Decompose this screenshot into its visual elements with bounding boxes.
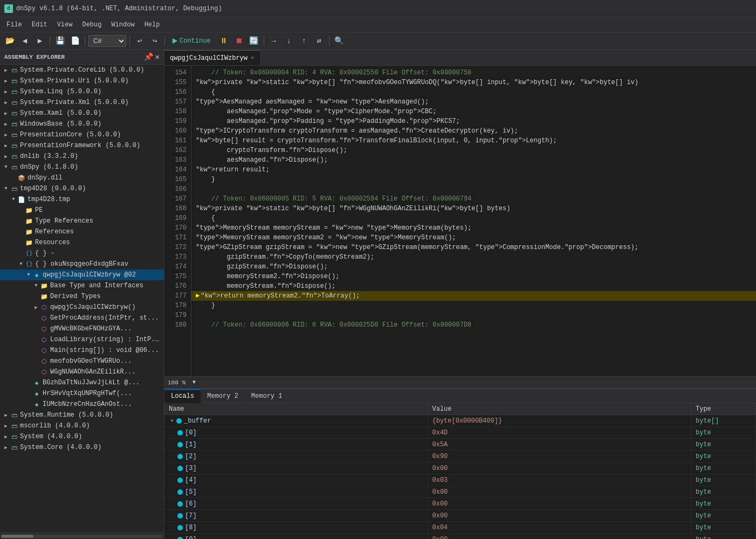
tree-expander[interactable]: ▼ <box>10 196 17 203</box>
table-row[interactable]: [9]0x00byte <box>164 534 756 539</box>
sidebar-item[interactable]: ▼🗃tmp4D28 (0.0.0.0) <box>0 183 164 194</box>
sidebar-item[interactable]: ▶🗃System.Linq (5.0.0.0) <box>0 86 164 97</box>
tree-expander[interactable]: ▶ <box>2 120 10 128</box>
sidebar-item[interactable]: ▶🗃System.Private.CoreLib (5.0.0.0) <box>0 65 164 75</box>
tree-expander[interactable]: ▶ <box>2 66 10 74</box>
sidebar-item[interactable]: ▶🗃WindowsBase (5.0.0.0) <box>0 119 164 129</box>
tree-expander[interactable]: ▼ <box>32 282 40 289</box>
sidebar-item[interactable]: ◆IUMcbNzreCnHazGAnOst... <box>0 399 164 410</box>
table-row[interactable]: [2]0x90byte <box>164 451 756 462</box>
code-line[interactable]: } <box>191 175 756 184</box>
tree-expander[interactable]: ▶ <box>2 142 10 149</box>
sidebar-item[interactable]: ⬡Main(string[]) : void @06... <box>0 345 164 356</box>
tree-expander[interactable]: ▶ <box>2 88 10 95</box>
tree-expander[interactable] <box>32 325 40 333</box>
restart-button[interactable]: 🔄 <box>248 34 260 47</box>
code-line[interactable]: "type">AesManaged aesManaged = "kw">new … <box>191 97 756 107</box>
table-row[interactable]: ▼_buffer{byte[0x0000B400]}byte[] <box>164 415 756 427</box>
code-line[interactable]: cryptoTransform."fn">Dispose(); <box>191 146 756 155</box>
code-line[interactable] <box>191 310 756 320</box>
sidebar-item[interactable]: ▶🗃System.Xaml (5.0.0.0) <box>0 108 164 119</box>
tree-expander[interactable]: ▶ <box>2 411 10 419</box>
sidebar-item[interactable]: ▶🗃System (4.0.0.0) <box>0 431 164 442</box>
table-row[interactable]: [1]0x5Abyte <box>164 439 756 451</box>
step-into-btn[interactable]: ↓ <box>283 34 295 47</box>
pause-button[interactable]: ⏸ <box>217 34 230 47</box>
menu-window[interactable]: Window <box>107 20 139 30</box>
code-line[interactable]: "type">GZipStream gzipStream = "kw">new … <box>191 243 756 252</box>
sidebar-item[interactable]: ▶🗃System.Core (4.0.0.0) <box>0 442 164 453</box>
sidebar-item[interactable]: 📁Derived Types <box>0 291 164 302</box>
sidebar-item[interactable]: ⬡LoadLibrary(string) : IntP... <box>0 334 164 345</box>
table-row[interactable]: [3]0x00byte <box>164 462 756 474</box>
save-button[interactable]: 💾 <box>53 34 66 47</box>
tree-expander[interactable] <box>17 250 25 257</box>
expander-icon[interactable]: ▼ <box>169 418 175 424</box>
tree-expander[interactable] <box>32 368 40 376</box>
sidebar-item[interactable]: ▼📄tmp4D28.tmp <box>0 194 164 205</box>
tab-locals[interactable]: Locals <box>164 389 201 403</box>
code-line[interactable]: memoryStream."fn">Dispose(); <box>191 281 756 291</box>
sidebar-item[interactable]: ◆BGzhDaTtNuJJwvJjLkLt @... <box>0 377 164 388</box>
code-line[interactable]: "kw">return result; <box>191 165 756 175</box>
sidebar-item[interactable]: 📁Resources <box>0 237 164 248</box>
locals-table[interactable]: ▼_buffer{byte[0x0000B400]}byte[][0]0x4Db… <box>164 415 756 539</box>
code-line[interactable]: "kw">private "kw">static "kw">byte[] "fn… <box>191 78 756 87</box>
sidebar-item[interactable]: 📁References <box>0 226 164 237</box>
sidebar-pin[interactable]: 📌 <box>144 52 153 61</box>
redo-button[interactable]: ↪ <box>148 34 161 47</box>
code-line[interactable]: { <box>191 87 756 97</box>
step-over2-btn[interactable]: ⇄ <box>313 34 326 47</box>
sidebar-item[interactable]: 📁Type References <box>0 216 164 226</box>
step-over-btn[interactable]: → <box>267 34 280 47</box>
sidebar-item[interactable]: ⬡meofobvGOeoTYWGRUo... <box>0 356 164 367</box>
tree-expander[interactable] <box>17 206 25 214</box>
tree-expander[interactable] <box>17 228 25 236</box>
code-line[interactable]: "type">ICryptoTransform cryptoTransform … <box>191 126 756 136</box>
sidebar-item[interactable]: 📁PE <box>0 205 164 216</box>
tree-expander[interactable]: ▶ <box>2 99 10 106</box>
tree-expander[interactable]: ▼ <box>17 260 25 268</box>
sidebar-item[interactable]: ▶🗃mscorlib (4.0.0.0) <box>0 420 164 431</box>
table-row[interactable]: [5]0x00byte <box>164 486 756 498</box>
back-button[interactable]: ◀ <box>18 34 31 47</box>
step-out-btn[interactable]: ↑ <box>298 34 311 47</box>
stop-button[interactable]: ⏹ <box>232 34 245 47</box>
continue-button[interactable]: Continue <box>168 36 215 46</box>
tab-main[interactable]: qwpgjCsJaqulCIWzbryw × <box>164 50 260 65</box>
code-line[interactable]: "type">MemoryStream memoryStream2 = "kw"… <box>191 233 756 243</box>
sidebar-item[interactable]: ▶🗃dnlib (3.3.2.0) <box>0 151 164 162</box>
tree-expander[interactable] <box>25 400 32 408</box>
table-row[interactable]: [6]0x00byte <box>164 498 756 510</box>
code-line[interactable]: // Token: 0x06000006 RID: 6 RVA: 0x00002… <box>191 320 756 330</box>
code-line[interactable]: { <box>191 213 756 223</box>
code-line[interactable]: aesManaged."fn">Dispose(); <box>191 155 756 165</box>
code-editor[interactable]: 1541551561571581591601611621631641651661… <box>164 66 756 376</box>
sidebar-item[interactable]: ▶🗃System.Runtime (5.0.0.0) <box>0 410 164 420</box>
menu-edit[interactable]: Edit <box>28 20 52 30</box>
tree-expander[interactable] <box>32 347 40 354</box>
undo-button[interactable]: ↩ <box>133 34 146 47</box>
search-button[interactable]: 🔍 <box>333 34 346 47</box>
tree-expander[interactable] <box>32 314 40 322</box>
menu-help[interactable]: Help <box>140 20 164 30</box>
tree-expander[interactable] <box>10 174 17 182</box>
tree-expander[interactable]: ▶ <box>2 422 10 430</box>
sidebar-item[interactable]: ▼📁Base Type and Interfaces <box>0 280 164 291</box>
code-line[interactable]: gzipStream."fn">CopyTo(memoryStream2); <box>191 252 756 262</box>
language-dropdown[interactable]: C# IL <box>88 35 126 47</box>
tree-expander[interactable]: ▼ <box>25 271 32 279</box>
tab-memory2[interactable]: Memory 2 <box>201 389 245 403</box>
tree-expander[interactable] <box>32 357 40 365</box>
tree-expander[interactable]: ▶ <box>2 444 10 451</box>
saveas-button[interactable]: 📄 <box>68 34 81 47</box>
forward-button[interactable]: ▶ <box>33 34 46 47</box>
sidebar-item[interactable]: ▶🗃System.Private.Uri (5.0.0.0) <box>0 75 164 86</box>
tree-expander[interactable] <box>32 293 40 300</box>
code-line[interactable]: } <box>191 301 756 310</box>
code-line[interactable] <box>191 184 756 194</box>
tree-expander[interactable]: ▼ <box>2 163 10 171</box>
sidebar-item[interactable]: ▼◆qwpgjCsJaqulCIWzbryw @02 <box>0 270 164 280</box>
sidebar-item[interactable]: ▶🗃PresentationFramework (5.0.0.0) <box>0 140 164 151</box>
menu-debug[interactable]: Debug <box>78 20 106 30</box>
